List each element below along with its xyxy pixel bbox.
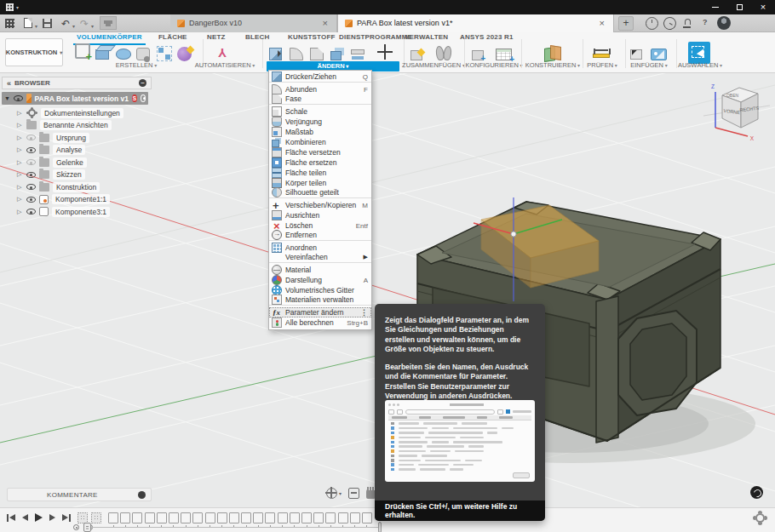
expander-icon[interactable]: ▷	[17, 209, 23, 215]
feature-icon[interactable]	[145, 512, 155, 523]
browser-tree-row[interactable]: ▷ Ursprung	[2, 132, 153, 143]
menu-item[interactable]: Vereinfachen ▶ ⋮	[269, 253, 371, 263]
expander-icon[interactable]: ▷	[17, 134, 23, 141]
menu-item[interactable]: Fläche teilen ▶ ⋮	[269, 168, 371, 178]
menu-item[interactable]: Abrunden F ▶ ⋮	[269, 84, 371, 94]
extrude-icon[interactable]	[95, 43, 114, 62]
feature-icon[interactable]	[313, 512, 324, 523]
feature-icon[interactable]	[290, 512, 300, 523]
maximize-button[interactable]	[727, 0, 751, 14]
feature-icon[interactable]	[338, 512, 348, 523]
feature-icon[interactable]	[108, 512, 118, 523]
expander-icon[interactable]: ▷	[17, 110, 23, 117]
feature-icon[interactable]	[301, 512, 312, 523]
timeline-feature[interactable]	[278, 512, 288, 528]
expander-icon[interactable]: ▷	[17, 184, 23, 191]
pattern-icon[interactable]	[157, 43, 175, 62]
orbit-icon[interactable]	[326, 488, 337, 499]
timeline-feature[interactable]	[241, 512, 251, 528]
caret-icon[interactable]: ▾	[339, 490, 342, 496]
group-einfuegen[interactable]: EINFÜGEN	[625, 61, 673, 72]
comments-bar[interactable]: KOMMENTARE	[7, 488, 152, 501]
close-button[interactable]: ×	[751, 0, 775, 14]
feature-icon[interactable]	[278, 512, 288, 523]
menu-item[interactable]: Material ▶ ⋮	[269, 265, 371, 275]
menu-item[interactable]: Verjüngung ▶ ⋮	[269, 117, 371, 127]
insert-image-icon[interactable]	[651, 43, 669, 62]
form-icon[interactable]	[177, 43, 196, 62]
viewcube-top-label[interactable]: OBEN	[726, 93, 739, 98]
feature-icon[interactable]	[229, 512, 239, 523]
chamfer-icon[interactable]	[310, 43, 329, 62]
menu-item[interactable]: Verschieben/Kopieren M ▶ ⋮	[269, 200, 371, 210]
expander-icon[interactable]: ▷	[17, 122, 23, 129]
job-status-icon[interactable]	[646, 17, 658, 30]
browser-root-row[interactable]: ▼ PARA Box latest version v1 S	[2, 92, 148, 105]
browser-header[interactable]: « BROWSER –	[2, 77, 152, 89]
browser-tree-row[interactable]: ▷ Komponente3:1	[2, 206, 153, 217]
feature-icon[interactable]	[169, 512, 179, 523]
timeline-scrubber-handle[interactable]	[83, 523, 91, 532]
collapse-icon[interactable]: «	[7, 79, 11, 88]
automate-icon[interactable]	[215, 43, 233, 62]
home-button[interactable]	[99, 15, 118, 31]
feature-icon[interactable]	[181, 512, 191, 523]
fillet-icon[interactable]	[290, 43, 308, 62]
split-body-icon[interactable]	[351, 43, 370, 62]
menu-item[interactable]: Darstellung A ▶ ⋮	[269, 275, 371, 285]
press-pull-icon[interactable]	[269, 43, 288, 62]
expander-icon[interactable]: ▷	[17, 159, 23, 166]
group-konfigurieren[interactable]: KONFIGURIEREN	[460, 61, 528, 72]
menu-item[interactable]: Fläche versetzen ▶ ⋮	[269, 147, 371, 157]
feature-icon[interactable]	[350, 512, 360, 523]
timeline-feature[interactable]	[325, 512, 336, 528]
feature-icon[interactable]	[132, 512, 142, 523]
joint-icon[interactable]	[434, 43, 453, 62]
configure-icon[interactable]	[472, 43, 491, 62]
visibility-eye-icon[interactable]	[26, 147, 36, 153]
timeline-feature[interactable]	[157, 512, 167, 528]
create-sketch-icon[interactable]	[75, 43, 94, 62]
feature-icon[interactable]	[157, 512, 167, 523]
timeline-feature[interactable]	[253, 512, 263, 528]
overflow-dots-icon[interactable]: ⋮	[360, 308, 368, 317]
visibility-eye-icon[interactable]	[26, 134, 36, 140]
timeline-feature[interactable]	[217, 512, 227, 528]
revolve-icon[interactable]	[116, 43, 135, 62]
step-forward-button[interactable]	[49, 514, 55, 521]
menu-item[interactable]: Fase ▶ ⋮	[269, 94, 371, 105]
go-to-start-button[interactable]	[7, 514, 15, 522]
timeline-feature[interactable]	[301, 512, 312, 528]
radio-icon[interactable]	[141, 94, 146, 102]
tab-close-icon[interactable]: ×	[321, 19, 330, 27]
menu-item[interactable]: Alle berechnen Strg+B ▶ ⋮	[269, 317, 371, 328]
comments-options-icon[interactable]	[138, 491, 146, 499]
timeline-end-handle[interactable]	[378, 522, 382, 532]
menu-item[interactable]: Kombinieren ▶ ⋮	[269, 137, 371, 147]
combine-icon[interactable]	[330, 43, 349, 62]
menu-item[interactable]: Materialien verwalten ▶ ⋮	[269, 295, 371, 306]
visibility-eye-icon[interactable]	[14, 95, 23, 101]
new-tab-button[interactable]: +	[618, 16, 634, 31]
menu-item[interactable]: Parameter ändern ▶ ⋮	[269, 307, 371, 317]
component-group-icon[interactable]	[91, 512, 101, 523]
timeline-feature[interactable]	[229, 512, 239, 528]
feature-icon[interactable]	[253, 512, 263, 523]
feature-icon[interactable]	[205, 512, 215, 523]
timeline-feature[interactable]	[181, 512, 191, 528]
group-konstruieren[interactable]: KONSTRUIEREN	[520, 61, 586, 72]
timeline-feature[interactable]	[169, 512, 179, 528]
assemble-icon[interactable]	[410, 43, 429, 62]
timeline-feature[interactable]	[205, 512, 215, 528]
expander-icon[interactable]: ▷	[17, 146, 23, 153]
group-marker-icon[interactable]	[73, 524, 79, 530]
document-tab-active[interactable]: PARA Box latest version v1* ×	[337, 14, 614, 32]
menu-item[interactable]: Silhouette geteilt ▶ ⋮	[269, 188, 371, 198]
app-menu-icon[interactable]	[6, 3, 14, 11]
timeline-feature[interactable]	[265, 512, 275, 528]
menu-item[interactable]: Volumetrisches Gitter ▶ ⋮	[269, 285, 371, 295]
help-icon[interactable]	[699, 17, 712, 30]
group-pruefen[interactable]: PRÜFEN	[581, 61, 623, 72]
timeline-feature[interactable]	[120, 512, 130, 528]
play-button[interactable]	[35, 513, 43, 522]
